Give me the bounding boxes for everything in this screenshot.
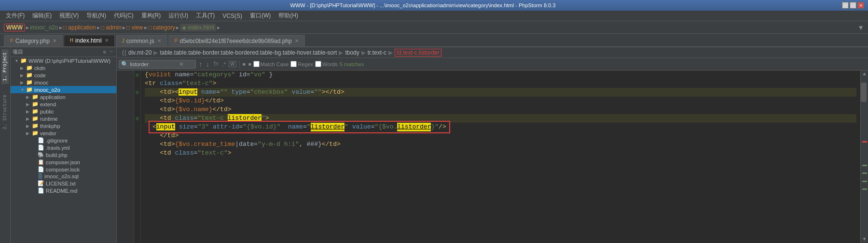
bc-prev-btn[interactable]: ⟨⟨ bbox=[122, 49, 126, 57]
tree-item-composerjson[interactable]: ▶ 📋 composer.json bbox=[11, 158, 116, 166]
vtab-structure[interactable]: 2. Structure bbox=[1, 92, 9, 132]
breadcrumb-dropdown-btn[interactable]: ▼ bbox=[857, 24, 864, 31]
search-regex-btn[interactable]: .* bbox=[221, 61, 227, 67]
tree-item-readme[interactable]: ▶ 📄 README.md bbox=[11, 187, 116, 194]
tree-item-thinkphp[interactable]: ▶ 📁 thinkphp bbox=[11, 122, 116, 129]
expand-arrow-public[interactable]: ▶ bbox=[26, 109, 32, 114]
scrollbar-track[interactable] bbox=[861, 78, 868, 236]
close-button[interactable]: ✕ bbox=[857, 2, 864, 9]
tree-item-license[interactable]: ▶ 📝 LICENSE.txt bbox=[11, 180, 116, 187]
fold-marker-3[interactable]: ◎ bbox=[134, 114, 140, 123]
tree-item-gitignore[interactable]: ▶ 📄 .gitignore bbox=[11, 137, 116, 144]
fold-marker-1[interactable]: ◎ bbox=[134, 71, 140, 79]
words-option[interactable]: Words bbox=[315, 61, 338, 67]
expand-arrow-runtime[interactable]: ▶ bbox=[26, 116, 32, 121]
tree-item-buildphp[interactable]: ▶ 🐘 build.php bbox=[11, 151, 116, 158]
search-options-btn[interactable]: Тт bbox=[212, 61, 220, 67]
sidebar-settings-btn[interactable]: ⚙ bbox=[102, 49, 108, 56]
tab-close-common-js[interactable]: ✕ bbox=[157, 38, 161, 43]
search-input[interactable] bbox=[130, 61, 178, 67]
scrollbar-thumb[interactable] bbox=[861, 83, 867, 102]
bc-imooc-o2o[interactable]: imooc_o2o bbox=[30, 24, 58, 31]
bc-el-tdtextclistorder[interactable]: td.text-c.listorder bbox=[395, 49, 441, 57]
menu-help[interactable]: 帮助(H) bbox=[275, 11, 302, 21]
bc-www[interactable]: WWW bbox=[4, 24, 25, 31]
scroll-down-btn[interactable]: ▼ bbox=[862, 236, 867, 243]
menu-view[interactable]: 视图(V) bbox=[55, 11, 83, 21]
menu-run[interactable]: 运行(U) bbox=[165, 11, 192, 21]
match-marker-4 bbox=[862, 188, 867, 190]
search-up-btn[interactable]: ↑ bbox=[198, 60, 203, 68]
menu-window[interactable]: 窗口(W) bbox=[246, 11, 275, 21]
bc-application[interactable]: □ application bbox=[63, 24, 96, 31]
menu-code[interactable]: 代码(C) bbox=[110, 11, 138, 21]
tab-close-hash-php[interactable]: ✕ bbox=[295, 38, 299, 43]
code-content[interactable]: {volist name="categorys" id="vo" } <tr c… bbox=[141, 71, 860, 243]
expand-arrow-application[interactable]: ▶ bbox=[26, 95, 32, 100]
tree-item-code[interactable]: ▶ 📁 code bbox=[11, 71, 116, 79]
right-scrollbar[interactable]: ▲ ▼ bbox=[860, 71, 868, 243]
regex-checkbox[interactable] bbox=[290, 61, 297, 67]
expand-arrow-code[interactable]: ▶ bbox=[20, 73, 26, 78]
sidebar-collapse-btn[interactable]: − bbox=[109, 49, 114, 55]
project-tree: ▼ 📁 WWW (D:\php\PHPTutorial\WWW) ▶ 📁 ckd… bbox=[11, 57, 116, 243]
tree-item-ckdn[interactable]: ▶ 📁 ckdn bbox=[11, 64, 116, 71]
folder-icon-imooc-o2o: 📁 bbox=[26, 86, 33, 93]
regex-option[interactable]: Regex bbox=[290, 61, 313, 67]
tab-hash-php[interactable]: P d5ebc0be824e1f87eeee6dcde9b089ad.php ✕ bbox=[168, 35, 305, 46]
words-checkbox[interactable] bbox=[315, 61, 321, 67]
maximize-button[interactable]: □ bbox=[850, 2, 856, 9]
folder-icon-code: 📁 bbox=[26, 72, 33, 78]
tab-category-php[interactable]: P Category.php ✕ bbox=[4, 35, 63, 46]
vtab-project[interactable]: 1. Project bbox=[1, 49, 9, 84]
fold-marker-2[interactable]: ◎ bbox=[134, 88, 140, 97]
folder-icon-vendor: 📁 bbox=[32, 130, 39, 136]
bc-category[interactable]: □ category bbox=[148, 24, 176, 31]
sidebar-title: 项目 bbox=[13, 48, 101, 56]
bc-el-divmt20[interactable]: div.mt-20 bbox=[128, 49, 152, 56]
menu-file[interactable]: 文件(F) bbox=[2, 11, 28, 21]
match-case-option[interactable]: Match Case bbox=[253, 61, 289, 67]
bc-el-tbody[interactable]: tbody bbox=[345, 49, 359, 56]
tree-item-composerlock[interactable]: ▶ 📄 composer.lock bbox=[11, 166, 116, 173]
tree-item-extend[interactable]: ▶ 📁 extend bbox=[11, 100, 116, 108]
bc-view[interactable]: □ view bbox=[126, 24, 143, 31]
tree-item-travis[interactable]: ▶ 📄 .travis.yml bbox=[11, 144, 116, 151]
expand-arrow-imooc-o2o[interactable]: ▼ bbox=[20, 87, 26, 92]
expand-arrow-extend[interactable]: ▶ bbox=[26, 102, 32, 107]
menu-nav[interactable]: 导航(N) bbox=[83, 11, 110, 21]
tree-item-sql[interactable]: ▶ 🗄 imooc_o2o.sql bbox=[11, 173, 116, 180]
expand-arrow-imooc[interactable]: ▶ bbox=[20, 80, 26, 85]
expand-arrow-vendor[interactable]: ▶ bbox=[26, 131, 32, 136]
tab-close-index-html[interactable]: ✕ bbox=[105, 38, 109, 43]
tree-item-imooc-o2o[interactable]: ▼ 📁 imooc_o2o bbox=[11, 86, 116, 93]
bc-admin[interactable]: □ admin bbox=[101, 24, 122, 31]
search-word-btn[interactable]: W bbox=[229, 61, 236, 67]
bc-el-trtextc[interactable]: tr.text-c bbox=[368, 49, 386, 56]
tree-item-vendor[interactable]: ▶ 📁 vendor bbox=[11, 129, 116, 137]
match-case-checkbox[interactable] bbox=[253, 61, 260, 67]
tree-item-imooc[interactable]: ▶ 📁 imooc bbox=[11, 79, 116, 86]
tree-root[interactable]: ▼ 📁 WWW (D:\php\PHPTutorial\WWW) bbox=[11, 57, 116, 64]
tree-item-runtime[interactable]: ▶ 📁 runtime bbox=[11, 115, 116, 122]
code-line-close-td: </td> bbox=[145, 131, 856, 140]
search-clear-btn[interactable]: ✕ bbox=[179, 61, 184, 68]
bc-indexhtml[interactable]: ◈ index.html bbox=[180, 24, 216, 31]
expand-arrow-root[interactable]: ▼ bbox=[14, 58, 20, 63]
minimize-button[interactable]: ─ bbox=[842, 2, 849, 9]
tree-item-application[interactable]: ▶ 📁 application bbox=[11, 93, 116, 100]
menu-tools[interactable]: 工具(T) bbox=[192, 11, 219, 21]
tree-label-readme: README.md bbox=[46, 188, 77, 194]
menu-refactor[interactable]: 重构(R) bbox=[138, 11, 165, 21]
search-down-btn[interactable]: ↓ bbox=[205, 60, 210, 68]
menu-edit[interactable]: 编辑(E) bbox=[28, 11, 55, 21]
scroll-up-btn[interactable]: ▲ bbox=[862, 71, 867, 78]
expand-arrow-ckdn[interactable]: ▶ bbox=[20, 66, 26, 71]
tab-close-category-php[interactable]: ✕ bbox=[53, 38, 56, 43]
bc-el-table[interactable]: table.table.table-border.table-bordered.… bbox=[160, 49, 337, 56]
expand-arrow-thinkphp[interactable]: ▶ bbox=[26, 124, 32, 129]
tab-common-js[interactable]: J common.js ✕ bbox=[116, 35, 167, 46]
tab-index-html[interactable]: H index.html ✕ bbox=[64, 35, 115, 46]
tree-item-public[interactable]: ▶ 📁 public bbox=[11, 108, 116, 115]
menu-vcs[interactable]: VCS(S) bbox=[219, 12, 246, 20]
